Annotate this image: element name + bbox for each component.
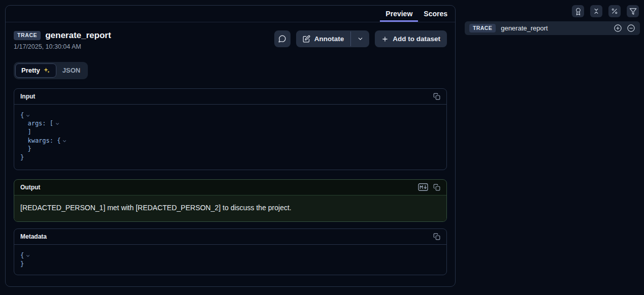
- pencil-square-icon: [303, 35, 310, 43]
- tab-preview[interactable]: Preview: [380, 6, 418, 22]
- json-line: }: [20, 153, 440, 162]
- copy-metadata-button[interactable]: [433, 233, 440, 240]
- plus-icon: [381, 36, 389, 43]
- pretty-toggle[interactable]: Pretty: [15, 63, 56, 78]
- metadata-json-viewer: { }: [14, 245, 446, 275]
- markdown-toggle-button[interactable]: [418, 183, 428, 191]
- annotate-button[interactable]: Annotate: [296, 30, 351, 47]
- collapse-all-button[interactable]: [590, 5, 602, 17]
- trace-header-left: TRACE generate_report 1/17/2025, 10:30:0…: [14, 30, 111, 50]
- json-line: }: [20, 145, 440, 153]
- medal-icon: [574, 8, 582, 15]
- markdown-icon: [418, 183, 428, 191]
- metadata-section: Metadata { }: [14, 228, 447, 275]
- circled-minus-icon: [627, 24, 635, 32]
- feedback-button[interactable]: [572, 5, 584, 17]
- copy-icon: [433, 184, 440, 191]
- collapse-node-button[interactable]: [627, 24, 635, 32]
- pretty-label: Pretty: [21, 67, 40, 75]
- percent-icon: [611, 8, 618, 15]
- speech-bubble-icon: [278, 35, 286, 43]
- chevron-down-icon[interactable]: [25, 253, 30, 258]
- page-title: generate_report: [45, 30, 111, 41]
- trace-actions: Annotate Add to dataset: [274, 30, 447, 47]
- tab-scores[interactable]: Scores: [418, 6, 453, 22]
- json-label: JSON: [62, 67, 80, 75]
- filter-button[interactable]: [627, 5, 639, 17]
- json-line: }: [20, 260, 440, 269]
- copy-icon: [433, 233, 440, 240]
- metadata-section-header: Metadata: [14, 229, 446, 245]
- chevron-down-icon[interactable]: [55, 121, 60, 126]
- comment-button[interactable]: [274, 30, 291, 47]
- funnel-icon: [629, 8, 637, 15]
- json-line: ]: [20, 128, 440, 137]
- output-section: Output [REDACTED_PERSON_1] met with [RED…: [14, 179, 447, 222]
- copy-output-button[interactable]: [433, 184, 440, 191]
- json-line: {: [20, 251, 440, 260]
- metadata-section-title: Metadata: [20, 233, 47, 240]
- trace-detail-panel: Preview Scores TRACE generate_report 1/1…: [5, 5, 456, 287]
- json-line: {: [20, 111, 440, 120]
- tab-preview-label: Preview: [385, 10, 412, 18]
- annotate-dropdown-button[interactable]: [351, 30, 369, 47]
- chevron-down-icon[interactable]: [25, 113, 30, 118]
- copy-input-button[interactable]: [433, 93, 440, 100]
- expand-node-button[interactable]: [614, 24, 622, 32]
- chevron-down-icon: [357, 36, 364, 42]
- json-line: kwargs: {: [20, 137, 440, 145]
- output-section-header: Output: [14, 180, 446, 195]
- copy-icon: [433, 93, 440, 100]
- add-to-dataset-button[interactable]: Add to dataset: [375, 30, 447, 47]
- output-content: [REDACTED_PERSON_1] met with [REDACTED_P…: [14, 195, 446, 221]
- sparkles-icon: [43, 67, 50, 74]
- trace-type-badge: TRACE: [469, 24, 496, 33]
- tab-bar: Preview Scores: [6, 6, 455, 22]
- annotate-split-button: Annotate: [296, 30, 370, 47]
- circled-plus-icon: [614, 24, 622, 32]
- trace-tree-row[interactable]: TRACE generate_report: [465, 21, 640, 35]
- chevron-down-icon[interactable]: [62, 139, 67, 144]
- annotate-label: Annotate: [314, 35, 344, 43]
- trace-timestamp: 1/17/2025, 10:30:04 AM: [14, 43, 111, 50]
- tree-toolbar: [572, 5, 639, 17]
- input-json-viewer: { args: [ ] kwargs: { } }: [14, 105, 446, 170]
- input-section-title: Input: [20, 93, 35, 100]
- collapse-vertical-icon: [593, 8, 600, 15]
- show-percentiles-button[interactable]: [608, 5, 621, 17]
- input-section: Input { args: [ ] kwargs: { } }: [14, 88, 447, 170]
- trace-name: generate_report: [501, 24, 608, 32]
- input-section-header: Input: [14, 89, 446, 105]
- trace-header: TRACE generate_report 1/17/2025, 10:30:0…: [14, 30, 447, 50]
- add-to-dataset-label: Add to dataset: [393, 35, 440, 43]
- trace-type-badge: TRACE: [14, 31, 41, 40]
- json-line: args: [: [20, 119, 440, 128]
- tab-scores-label: Scores: [424, 10, 447, 18]
- output-section-title: Output: [20, 184, 40, 191]
- json-toggle[interactable]: JSON: [56, 63, 86, 78]
- render-mode-toggle: Pretty JSON: [14, 62, 88, 79]
